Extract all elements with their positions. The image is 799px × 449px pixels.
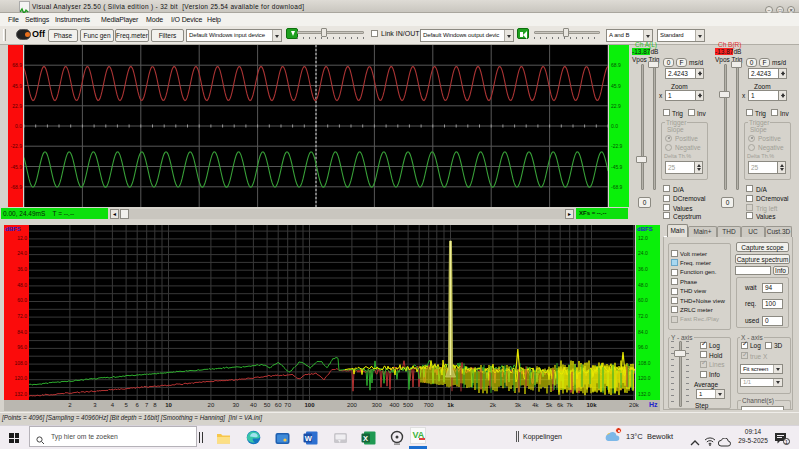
svg-text:W: W [305, 434, 313, 443]
svg-text:X: X [363, 434, 368, 443]
